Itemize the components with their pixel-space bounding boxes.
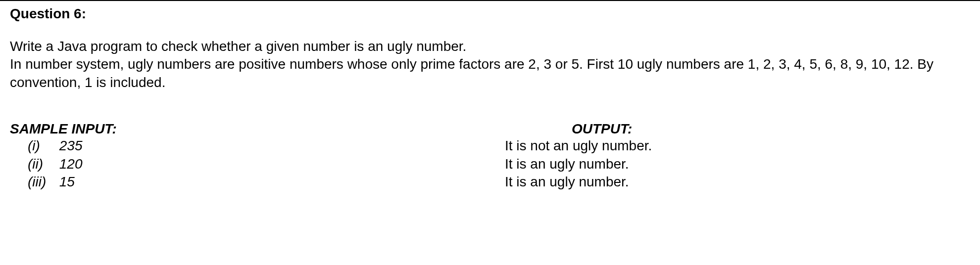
input-marker: (iii)	[28, 173, 55, 191]
input-marker: (i)	[28, 137, 55, 155]
description-line1: Write a Java program to check whether a …	[10, 39, 466, 54]
sample-input-heading: SAMPLE INPUT:	[10, 121, 505, 137]
question-page: Question 6: Write a Java program to chec…	[0, 0, 980, 211]
output-item: It is not an ugly number.	[505, 137, 970, 155]
output-column: OUTPUT: It is not an ugly number. It is …	[505, 121, 970, 191]
output-list: It is not an ugly number. It is an ugly …	[505, 137, 970, 191]
input-item: (i) 235	[10, 137, 505, 155]
input-marker: (ii)	[28, 155, 55, 173]
input-list: (i) 235 (ii) 120 (iii) 15	[10, 137, 505, 191]
output-item: It is an ugly number.	[505, 155, 970, 173]
input-column: SAMPLE INPUT: (i) 235 (ii) 120 (iii) 15	[10, 121, 505, 191]
description-line2: In number system, ugly numbers are posit…	[10, 56, 933, 89]
question-description: Write a Java program to check whether a …	[10, 38, 970, 91]
input-value: 235	[59, 138, 83, 153]
input-value: 15	[59, 174, 75, 189]
output-heading: OUTPUT:	[505, 121, 970, 137]
io-section: SAMPLE INPUT: (i) 235 (ii) 120 (iii) 15 …	[10, 121, 970, 191]
input-item: (ii) 120	[10, 155, 505, 173]
output-item: It is an ugly number.	[505, 173, 970, 191]
input-item: (iii) 15	[10, 173, 505, 191]
question-title: Question 6:	[10, 6, 970, 22]
input-value: 120	[59, 156, 83, 172]
